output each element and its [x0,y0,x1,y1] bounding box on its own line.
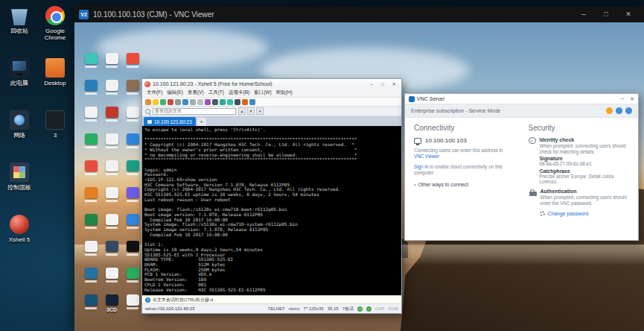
app-icon [85,53,98,64]
help-icon[interactable] [249,99,255,105]
remote-desktop[interactable]: 3CD 10.100.121.60:23 - Xshell 5 (Free fo… [74,22,644,331]
find-previous-icon[interactable]: ▲ [238,107,246,115]
reconnect-icon[interactable] [160,99,166,105]
zoom-out-icon[interactable] [366,306,372,312]
compose-bar-icon[interactable] [242,99,248,105]
icon-label [106,200,118,202]
minimize-icon[interactable] [620,96,624,102]
vnc-viewer-titlebar[interactable]: V2 10.100.100.103 (CJM) - VNC Viewer [74,6,644,22]
session-tab[interactable]: 10.100.121.60:23 [144,117,196,126]
change-password[interactable]: Change password [540,211,631,216]
find-icon[interactable] [205,99,211,105]
remote-desktop-icon[interactable] [101,104,122,131]
open-session-icon[interactable] [153,99,159,105]
remote-desktop-icon[interactable] [122,292,143,319]
alerts-icon[interactable] [606,107,613,114]
disconnect-icon[interactable] [168,99,173,105]
desktop-icon-control-panel[interactable]: 控制面板 [1,160,37,212]
zoom-in-icon[interactable] [227,99,233,105]
keylock-indicator: CAP [375,306,384,311]
sign-in-link[interactable]: Sign in [414,164,428,169]
vnc-viewer-link[interactable]: VNC Viewer [414,154,439,159]
help-icon[interactable] [625,107,632,114]
desktop-icon-xshell-5[interactable]: Xshell 5 [1,212,37,264]
menu-item[interactable]: 帮助(H) [274,89,295,96]
desktop-icon-label: 网络 [13,132,25,139]
find-options-icon[interactable]: ▾ [256,107,264,115]
remote-desktop-icon[interactable] [101,158,122,185]
remote-desktop-icon[interactable]: 3CD [101,292,122,319]
menu-item[interactable]: 文件(F) [144,89,165,96]
remote-desktop-icon[interactable] [80,51,101,78]
maximize-icon[interactable] [595,6,617,22]
desktop-icon-recycle-bin[interactable]: 回收站 [1,3,37,55]
menu-item[interactable]: 窗口(W) [252,89,273,96]
remote-desktop-icon[interactable] [122,185,143,212]
menu-item[interactable]: 工具(T) [206,89,226,96]
remote-desktop-icon[interactable] [122,131,143,158]
remote-desktop-icon[interactable] [80,292,101,319]
remote-desktop-icon[interactable] [101,239,122,265]
remote-desktop-icon[interactable] [80,212,101,239]
remote-desktop-icon[interactable] [122,239,143,265]
app-icon [106,294,118,306]
zoom-out-icon[interactable] [220,99,226,105]
remote-desktop-icon[interactable] [122,158,143,185]
menu-item[interactable]: 编辑(E) [165,89,185,96]
remote-desktop-icon[interactable] [122,104,143,131]
remote-desktop-icon[interactable] [80,158,101,185]
user-icon[interactable] [616,107,622,114]
app-icon [106,53,118,64]
terminal[interactable]: To escape to local shell, press 'Ctrl+Al… [142,126,401,295]
paste-icon[interactable] [197,99,203,105]
print-icon[interactable] [212,99,218,105]
new-session-icon[interactable] [145,99,151,105]
find-next-icon[interactable]: ▼ [247,107,255,115]
remote-desktop-icon[interactable] [80,78,101,104]
remote-desktop-icon[interactable] [101,185,122,212]
desktop-icon-folder-3[interactable]: 3 [37,107,73,160]
zoom-in-icon[interactable] [357,306,363,312]
new-tab-button[interactable] [197,118,206,126]
desktop-icon-this-pc[interactable]: 此电脑 [1,55,37,107]
remote-desktop-icon[interactable] [80,265,101,292]
close-icon[interactable] [630,96,634,102]
app-icon [85,241,98,252]
menu-item[interactable]: 查看(V) [185,89,206,96]
menu-item[interactable]: 选项卡(B) [226,89,252,96]
remote-desktop-icon[interactable] [122,212,143,239]
remote-desktop-icon[interactable] [101,51,122,78]
remote-desktop-icon[interactable] [80,239,101,265]
session-properties-icon[interactable] [182,99,188,105]
remote-desktop-icon[interactable] [101,265,122,292]
maximize-icon[interactable] [377,80,388,89]
other-ways-to-connect[interactable]: Other ways to connect [414,182,517,187]
identity-check-icon [529,137,536,144]
vnc-server-titlebar[interactable]: VNC Server [405,94,638,104]
remote-desktop-icon[interactable] [101,131,122,158]
desktop-icon-google-chrome[interactable]: Google Chrome [37,3,73,55]
minimize-icon[interactable] [366,80,377,89]
remote-desktop-icon[interactable] [80,131,101,158]
close-icon[interactable] [617,6,640,22]
fullscreen-icon[interactable] [235,99,240,105]
remote-desktop-icon[interactable] [80,104,101,131]
desktop-icon-network[interactable]: 网络 [1,107,37,160]
find-input[interactable] [153,108,236,115]
xshell-titlebar[interactable]: 10.100.121.60:23 - Xshell 5 (Free for Ho… [142,79,401,89]
minimize-icon[interactable] [573,6,595,22]
remote-desktop-icon[interactable] [101,78,122,104]
change-password-link[interactable]: Change password [548,211,589,216]
remote-desktop-icon[interactable] [122,78,143,104]
remote-desktop-icon[interactable] [101,212,122,239]
desktop-icon-desktop-folder[interactable]: Desktop [37,55,73,107]
close-icon[interactable] [389,80,399,89]
remote-desktop-icon[interactable] [122,265,143,292]
remote-desktop-icon[interactable] [122,51,143,78]
copy-icon[interactable] [190,99,196,105]
remote-desktop-icon[interactable] [80,185,101,212]
icon-label: 3CD [106,307,117,312]
app-icon [106,133,118,145]
duplicate-session-icon[interactable] [175,99,181,105]
security-heading: Security [529,124,631,132]
